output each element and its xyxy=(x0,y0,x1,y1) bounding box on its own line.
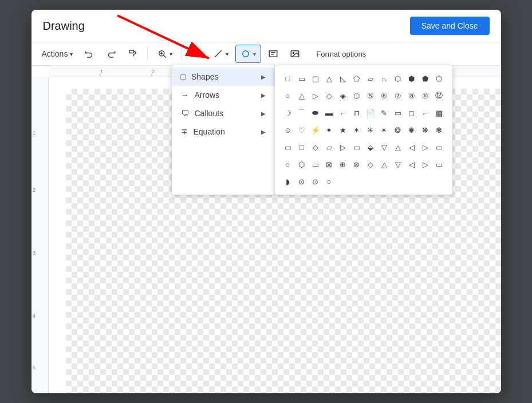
shape-flow-c[interactable]: ⬡ xyxy=(295,158,308,171)
shape-oct[interactable]: ⬢ xyxy=(405,72,418,85)
undo-button[interactable] xyxy=(80,45,99,63)
shape-star7[interactable]: ✳ xyxy=(364,124,377,136)
shape-flow-o[interactable]: ⊙ xyxy=(295,175,308,188)
shape-misc[interactable]: ❃ xyxy=(433,124,446,136)
shape-flow-store[interactable]: ▷ xyxy=(337,141,349,153)
shape-rtriangle[interactable]: ◺ xyxy=(337,72,349,85)
shape-half-frame[interactable]: ◻ xyxy=(405,106,418,119)
line-chevron: ▾ xyxy=(226,51,228,57)
equation-arrow-icon: ▶ xyxy=(261,129,266,135)
shape-circle[interactable]: ○ xyxy=(282,89,294,102)
shape-flow-q[interactable]: ○ xyxy=(323,175,336,188)
shapes-icon: □ xyxy=(181,72,186,81)
shape-arc[interactable]: ⌒ xyxy=(295,106,308,119)
shape-square[interactable]: □ xyxy=(282,72,294,85)
shape-flow-par[interactable]: ▱ xyxy=(323,141,336,153)
shape-star8[interactable]: ✴ xyxy=(378,124,391,136)
shape-star6[interactable]: ✶ xyxy=(350,124,363,136)
shape-flow-p[interactable]: ⊙ xyxy=(309,175,322,188)
shape-flow-k[interactable]: ◁ xyxy=(405,158,418,171)
shape-num12[interactable]: ⑫ xyxy=(433,89,446,102)
shape-pent[interactable]: ⬟ xyxy=(419,72,432,85)
shape-flow-merge[interactable]: ▽ xyxy=(378,141,391,153)
shape-flow-j[interactable]: ▽ xyxy=(392,158,404,171)
svg-point-7 xyxy=(243,51,249,57)
shape-rect2[interactable]: ▬ xyxy=(323,106,336,119)
shape-smiley[interactable]: ☺ xyxy=(282,124,294,136)
shape-flow-doc2[interactable]: ◁ xyxy=(405,141,418,153)
shape-flow-g[interactable]: ⊗ xyxy=(350,158,363,171)
shape-flow-l[interactable]: ▷ xyxy=(419,158,432,171)
shape-corner[interactable]: ⌐ xyxy=(419,106,432,119)
shape-rect[interactable]: ▭ xyxy=(295,72,308,85)
shape-flow-f[interactable]: ⊕ xyxy=(337,158,349,171)
dropdown-item-callouts[interactable]: 🗨 Callouts ▶ xyxy=(172,104,275,123)
shape-flow-doc3[interactable]: ▷ xyxy=(419,141,432,153)
shape-heart[interactable]: ♡ xyxy=(295,124,308,136)
shape-flow-n[interactable]: ◗ xyxy=(282,175,294,188)
shape-diagonal[interactable]: ▩ xyxy=(433,106,446,119)
shape-num8[interactable]: ⑧ xyxy=(405,89,418,102)
select-button[interactable] xyxy=(187,45,206,63)
line-button[interactable]: ▾ xyxy=(208,45,233,63)
shape-star16[interactable]: ❂ xyxy=(392,124,404,136)
shape-num6[interactable]: ⑥ xyxy=(378,89,391,102)
shape-flow-alt[interactable]: □ xyxy=(295,141,308,153)
dropdown-item-arrows[interactable]: → Arrows ▶ xyxy=(172,86,275,104)
callouts-label: Callouts xyxy=(195,109,224,118)
shape-flow-e[interactable]: ⊠ xyxy=(323,158,336,171)
shape-triangle[interactable]: △ xyxy=(323,72,336,85)
shape-hex[interactable]: ⬡ xyxy=(392,72,404,85)
shape-trap[interactable]: ⏢ xyxy=(378,72,391,85)
shape-diamond3[interactable]: ◈ xyxy=(337,89,349,102)
shape-star5[interactable]: ★ xyxy=(337,124,349,136)
shape-flow-proc[interactable]: ▭ xyxy=(282,141,294,153)
image-button[interactable] xyxy=(285,45,305,63)
shape-flow-b[interactable]: ○ xyxy=(282,158,294,171)
save-close-button[interactable]: Save and Close xyxy=(410,17,490,35)
dropdown-item-equation[interactable]: ∓ Equation ▶ xyxy=(172,123,275,141)
redo-icon xyxy=(106,49,116,59)
shape-bracket[interactable]: ⌐ xyxy=(337,106,349,119)
shape-flow-doc4[interactable]: ▭ xyxy=(433,141,446,153)
shape-num7[interactable]: ⑦ xyxy=(392,89,404,102)
dropdown-item-shapes[interactable]: □ Shapes ▶ xyxy=(172,68,275,86)
shape-row-break-1 xyxy=(282,86,446,88)
shape-insert-button[interactable]: ▾ xyxy=(235,45,261,63)
shape-star4[interactable]: ✦ xyxy=(323,124,336,136)
shape-diamond[interactable]: ◇ xyxy=(323,89,336,102)
redo-button[interactable] xyxy=(101,45,121,63)
shape-pencil[interactable]: ✎ xyxy=(378,106,391,119)
shape-para[interactable]: ▱ xyxy=(364,72,377,85)
shape-doc[interactable]: 📄 xyxy=(364,106,377,119)
shape-tri2[interactable]: △ xyxy=(295,89,308,102)
shape-rounded-rect[interactable]: ▢ xyxy=(309,72,322,85)
shape-brace[interactable]: ⊓ xyxy=(350,106,363,119)
shape-flow-m[interactable]: ▭ xyxy=(433,158,446,171)
shape-flow-h[interactable]: ◇ xyxy=(364,158,377,171)
shape-diamond2[interactable]: ⬠ xyxy=(350,72,363,85)
drawing-modal: Drawing Save and Close Actions ▾ xyxy=(31,10,501,393)
shape-decagon[interactable]: ⬠ xyxy=(433,72,446,85)
shape-frame[interactable]: ▭ xyxy=(392,106,404,119)
shape-flow-dec[interactable]: ◇ xyxy=(309,141,322,153)
shape-star24[interactable]: ✺ xyxy=(405,124,418,136)
paint-format-button[interactable] xyxy=(123,45,143,63)
shape-flow-io[interactable]: ▭ xyxy=(350,141,363,153)
textbox-button[interactable] xyxy=(263,45,283,63)
shape-num10[interactable]: ⑩ xyxy=(419,89,432,102)
shape-flow-sort[interactable]: ⬙ xyxy=(364,141,377,153)
zoom-button[interactable]: ▾ xyxy=(152,45,177,63)
actions-button[interactable]: Actions ▾ xyxy=(37,47,78,61)
shape-rtri2[interactable]: ▷ xyxy=(309,89,322,102)
shape-crescent[interactable]: ☽ xyxy=(282,106,294,119)
shape-oval[interactable]: ⬬ xyxy=(309,106,322,119)
format-options-button[interactable]: Format options xyxy=(312,48,371,61)
shape-flow-d[interactable]: ▭ xyxy=(309,158,322,171)
shape-flow-i[interactable]: △ xyxy=(378,158,391,171)
shape-flow-extract[interactable]: △ xyxy=(392,141,404,153)
shape-lightning[interactable]: ⚡ xyxy=(309,124,322,136)
shape-star32[interactable]: ❋ xyxy=(419,124,432,136)
shape-num5[interactable]: ⑤ xyxy=(364,89,377,102)
shape-pent2[interactable]: ⬡ xyxy=(350,89,363,102)
